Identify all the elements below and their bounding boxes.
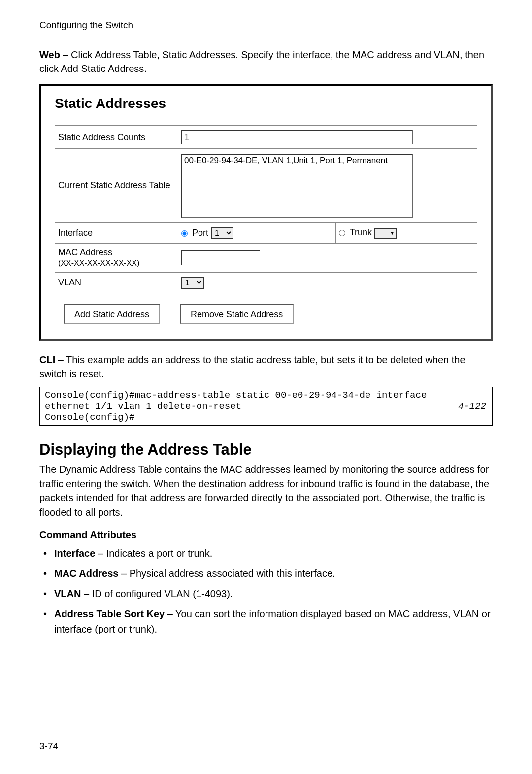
web-lead: Web [39, 49, 60, 60]
add-static-address-button[interactable]: Add Static Address [64, 304, 160, 324]
section-body: The Dynamic Address Table contains the M… [39, 462, 493, 520]
counts-input[interactable] [181, 130, 413, 144]
panel-title: Static Addresses [55, 96, 477, 111]
trunk-radio[interactable] [339, 230, 345, 236]
list-item: Address Table Sort Key – You can sort th… [54, 606, 493, 637]
port-label: Port [192, 228, 208, 238]
port-radio[interactable] [181, 230, 188, 237]
web-intro: Web – Click Address Table, Static Addres… [39, 48, 493, 75]
port-select[interactable]: 1 [211, 227, 233, 239]
attribute-list: Interface – Indicates a port or trunk. M… [39, 546, 493, 637]
remove-static-address-button[interactable]: Remove Static Address [180, 304, 294, 324]
vlan-label: VLAN [55, 273, 178, 293]
mac-label-cell: MAC Address (XX-XX-XX-XX-XX-XX) [55, 244, 178, 273]
list-item: Interface – Indicates a port or trunk. [54, 546, 493, 561]
trunk-label: Trunk [350, 227, 372, 237]
counts-label: Static Address Counts [55, 126, 178, 149]
interface-label: Interface [55, 223, 178, 244]
button-row: Add Static Address Remove Static Address [55, 304, 477, 324]
section-heading: Displaying the Address Table [39, 441, 493, 458]
list-item: VLAN – ID of configured VLAN (1-4093). [54, 586, 493, 601]
static-addresses-panel: Static Addresses Static Address Counts C… [39, 84, 493, 341]
cli-line3: Console(config)# [45, 412, 487, 422]
cli-intro: CLI – This example adds an address to th… [39, 353, 493, 381]
mac-label: MAC Address [58, 247, 112, 257]
cli-lead: CLI [39, 354, 55, 365]
page-header: Configuring the Switch [39, 20, 493, 31]
mac-input[interactable] [181, 250, 260, 265]
list-item: MAC Address – Physical address associate… [54, 566, 493, 581]
current-table-listbox[interactable]: 00-E0-29-94-34-DE, VLAN 1,Unit 1, Port 1… [181, 154, 413, 218]
cli-line2: ethernet 1/1 vlan 1 delete-on-reset [45, 401, 487, 412]
web-text: – Click Address Table, Static Addresses.… [39, 49, 484, 74]
cli-ref: 4-122 [458, 401, 486, 412]
vlan-select[interactable]: 1 [181, 277, 204, 289]
current-table-label: Current Static Address Table [55, 149, 178, 223]
command-attributes-heading: Command Attributes [39, 529, 493, 541]
cli-text: – This example adds an address to the st… [39, 354, 466, 379]
trunk-select[interactable] [374, 228, 397, 239]
cli-example: Console(config)#mac-address-table static… [39, 387, 493, 426]
cli-line1: Console(config)#mac-address-table static… [45, 390, 487, 401]
page-number: 3-74 [39, 741, 58, 752]
static-address-form: Static Address Counts Current Static Add… [55, 125, 477, 293]
mac-hint: (XX-XX-XX-XX-XX-XX) [58, 259, 139, 267]
